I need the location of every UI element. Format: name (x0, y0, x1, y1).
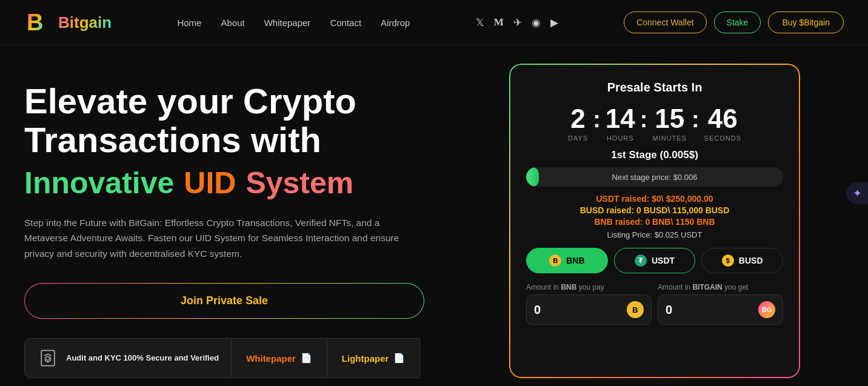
stake-button[interactable]: Stake (714, 12, 761, 33)
discord-icon[interactable]: ◉ (532, 16, 541, 29)
progress-bar: Next stage price: $0.006 (526, 167, 783, 187)
countdown-days: 2 (568, 105, 588, 132)
busd-raised: BUSD raised: 0 BUSD\ 115,000 BUSD (526, 205, 783, 215)
hero-subtitle-innovative: Innovative (24, 165, 174, 201)
busd-currency-button[interactable]: $ BUSD (701, 248, 783, 273)
countdown-days-block: 2 DAYS (568, 105, 588, 142)
busd-coin-icon: $ (722, 255, 734, 267)
lightpaper-badge[interactable]: Lightpaper 📄 (327, 338, 421, 378)
whitepaper-label: Whitepaper (246, 353, 296, 364)
whitepaper-badge[interactable]: Whitepaper 📄 (232, 338, 327, 378)
countdown-sep3: : (692, 107, 699, 133)
main-content: Elevate your Crypto Transactions with In… (0, 45, 868, 378)
join-private-sale-button[interactable]: Join Private Sale (24, 283, 424, 319)
countdown-hours: 14 (606, 105, 635, 132)
usdt-currency-button[interactable]: ₮ USDT (614, 248, 696, 273)
hero-subtitle: Innovative UID System (24, 165, 485, 201)
amount-bitgain-wrap: Amount in BITGAIN you get 0 BG (658, 283, 783, 325)
hero-title-line2: Transactions with (24, 121, 485, 159)
certik-logo-icon (37, 347, 59, 369)
nav-buttons: Connect Wallet Stake Buy $Bitgain (624, 12, 844, 33)
logo-icon: B (24, 8, 52, 36)
amount-inputs: Amount in BNB you pay 0 B Amount in BITG… (526, 283, 783, 325)
certik-text: Audit and KYC 100% Secure and Verified (66, 353, 219, 364)
raised-info: USDT raised: $0\ $250,000.00 BUSD raised… (526, 194, 783, 239)
bottom-badges: Audit and KYC 100% Secure and Verified W… (24, 338, 485, 378)
hero-subtitle-uid: UID (184, 165, 236, 201)
hero-title: Elevate your Crypto Transactions with (24, 82, 485, 159)
telegram-icon[interactable]: ✈ (513, 16, 522, 29)
amount-bnb-wrap: Amount in BNB you pay 0 B (526, 283, 652, 325)
svg-rect-1 (41, 351, 55, 366)
buy-bitgain-button[interactable]: Buy $Bitgain (768, 12, 844, 33)
hero-description: Step into the Future with BitGain: Effor… (24, 215, 412, 262)
countdown-seconds: 46 (704, 105, 741, 132)
nav-whitepaper[interactable]: Whitepaper (264, 18, 311, 28)
currency-buttons: B BNB ₮ USDT $ BUSD (526, 248, 783, 273)
sparkle-icon: ✦ (853, 187, 862, 200)
usdt-label: USDT (652, 256, 675, 265)
nav-about[interactable]: About (221, 18, 244, 28)
listing-price: Listing Price: $0.025 USDT (526, 230, 783, 239)
hero-subtitle-system: System (245, 165, 353, 201)
countdown-hours-block: 14 HOURS (606, 105, 635, 142)
usdt-raised: USDT raised: $0\ $250,000.00 (526, 194, 783, 204)
svg-text:B: B (27, 10, 43, 35)
twitter-icon[interactable]: 𝕏 (476, 16, 484, 29)
amount-bnb-input[interactable]: 0 B (526, 294, 652, 325)
bnb-currency-button[interactable]: B BNB (526, 248, 608, 273)
connect-wallet-button[interactable]: Connect Wallet (624, 12, 706, 33)
scroll-widget[interactable]: ✦ (846, 182, 868, 204)
countdown-sep2: : (640, 107, 648, 133)
progress-bar-fill (526, 167, 539, 187)
nav-contact[interactable]: Contact (330, 18, 361, 28)
next-stage-text: Next stage price: $0.006 (612, 173, 698, 182)
countdown-hours-label: HOURS (606, 135, 635, 142)
countdown-minutes-label: MINUTES (652, 135, 687, 142)
nav-links: Home About Whitepaper Contact Airdrop (177, 18, 410, 28)
logo[interactable]: B Bitgain (24, 8, 112, 36)
countdown-minutes: 15 (652, 105, 687, 132)
countdown-seconds-label: SECONDS (704, 135, 741, 142)
bnb-coin-icon: B (549, 255, 561, 267)
bnb-label: BNB (566, 256, 584, 265)
amount-bnb-label: Amount in BNB you pay (526, 283, 652, 291)
nav-social: 𝕏 M ✈ ◉ ▶ (476, 16, 558, 29)
whitepaper-doc-icon: 📄 (301, 353, 312, 364)
medium-icon[interactable]: M (494, 16, 504, 28)
certik-badge: Audit and KYC 100% Secure and Verified (24, 338, 232, 378)
amount-bitgain-value: 0 (666, 303, 672, 317)
amount-bnb-value: 0 (534, 303, 541, 317)
logo-text: Bitgain (58, 13, 112, 32)
hero-section: Elevate your Crypto Transactions with In… (24, 70, 485, 378)
presale-card: Presale Starts In 2 DAYS : 14 HOURS : 15… (509, 64, 800, 378)
amount-bitgain-input[interactable]: 0 BG (658, 294, 783, 325)
youtube-icon[interactable]: ▶ (550, 16, 558, 29)
countdown-days-label: DAYS (568, 135, 588, 142)
countdown-minutes-block: 15 MINUTES (652, 105, 687, 142)
lightpaper-label: Lightpaper (342, 353, 389, 364)
busd-label: BUSD (739, 256, 763, 265)
countdown-sep1: : (593, 107, 601, 133)
amount-bitgain-label: Amount in BITGAIN you get (658, 283, 783, 291)
countdown: 2 DAYS : 14 HOURS : 15 MINUTES : 46 SECO… (526, 105, 783, 142)
presale-title: Presale Starts In (526, 81, 783, 95)
stage-label: 1st Stage (0.005$) (526, 149, 783, 161)
lightpaper-doc-icon: 📄 (393, 353, 405, 364)
countdown-seconds-block: 46 SECONDS (704, 105, 741, 142)
navbar: B Bitgain Home About Whitepaper Contact … (0, 0, 868, 45)
nav-home[interactable]: Home (177, 18, 201, 28)
hero-title-line1: Elevate your Crypto (24, 82, 485, 121)
usdt-coin-icon: ₮ (635, 255, 647, 267)
nav-airdrop[interactable]: Airdrop (381, 18, 410, 28)
bitgain-amount-icon: BG (758, 301, 775, 318)
bnb-amount-icon: B (627, 301, 644, 318)
bnb-raised: BNB raised: 0 BNB\ 1150 BNB (526, 217, 783, 227)
